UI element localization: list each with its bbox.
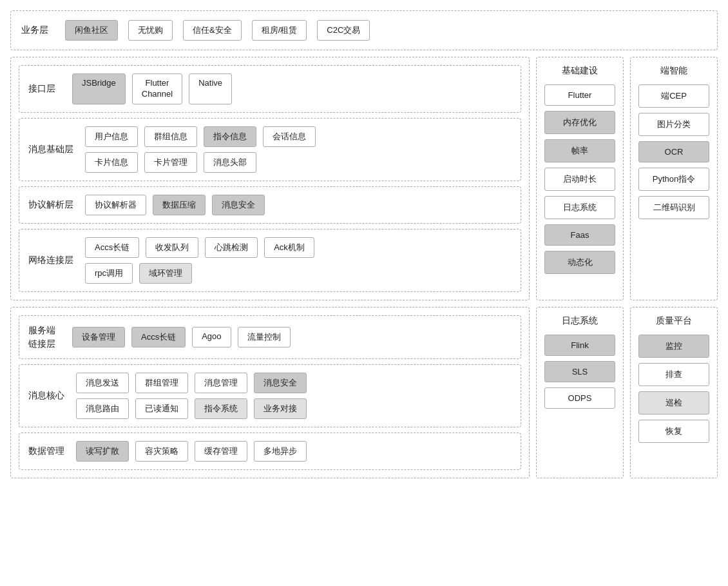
- chip-xunjian: 巡检: [638, 391, 709, 415]
- chip-xiaoxianq2: 消息安全: [254, 373, 307, 393]
- middle-row: 接口层 JSBridge Flutter Channel Native 消息基础…: [10, 57, 718, 300]
- duanzhineng-section: 端智能 端CEP 图片分类 OCR Python指令 二维码识别: [630, 57, 718, 300]
- main-container: 业务层 闲鱼社区 无忧购 信任&安全 租房/租赁 C2C交易 接口层 JSBri…: [10, 10, 718, 478]
- left-top-panel: 接口层 JSBridge Flutter Channel Native 消息基础…: [10, 57, 530, 300]
- jiekouceng-content: JSBridge Flutter Channel Native: [72, 73, 512, 104]
- chip-qunzuguanli: 群组管理: [135, 373, 188, 393]
- xiaoxijiceng-row2: 卡片信息 卡片管理 消息头部: [85, 152, 512, 173]
- chip-liuliangkong: 流量控制: [238, 327, 291, 347]
- chip-accs: Accs长链: [85, 237, 139, 258]
- wangluo-row1: Accs长链 收发队列 心跳检测 Ack机制: [85, 237, 512, 258]
- chip-erweima: 二维码识别: [638, 196, 709, 219]
- chip-accs-long: Accs长链: [131, 327, 186, 347]
- xieyi-content: 协议解析器 数据压缩 消息安全: [85, 195, 512, 215]
- chip-kapiianinfo: 卡片信息: [85, 152, 138, 173]
- chip-duancep: 端CEP: [638, 84, 709, 108]
- wangluo-section: 网络连接层 Accs长链 收发队列 心跳检测 Ack机制 rpc调用 域环管理: [19, 229, 521, 292]
- chip-ack: Ack机制: [264, 237, 314, 258]
- bottom-row: 服务端 链接层 设备管理 Accs长链 Agoo 流量控制 消息核心 消息发送: [10, 307, 718, 478]
- fuwuduan-label: 服务端 链接层: [28, 324, 61, 351]
- shujuguanli-label: 数据管理: [28, 445, 64, 458]
- xieyi-label: 协议解析层: [28, 199, 73, 211]
- left-bottom-panel: 服务端 链接层 设备管理 Accs长链 Agoo 流量控制 消息核心 消息发送: [10, 307, 530, 478]
- duanzhineng-chips: 端CEP 图片分类 OCR Python指令 二维码识别: [638, 84, 709, 219]
- chip-native: Native: [189, 73, 232, 104]
- chip-duodiyi: 多地异步: [254, 441, 307, 462]
- xiaoxixinex-label: 消息核心: [28, 389, 64, 402]
- chip-flink: Flink: [544, 335, 615, 356]
- chip-yonghuinfo: 用户信息: [85, 126, 138, 147]
- xiaoxijiceng-section: 消息基础层 用户信息 群组信息 指令信息 会话信息 卡片信息 卡片管理 消息头部: [19, 118, 521, 181]
- jichujianshee-title: 基础建设: [544, 65, 615, 77]
- shujuguanli-content: 读写扩散 容灾策略 缓存管理 多地异步: [76, 441, 512, 462]
- shujuguanli-row1: 读写扩散 容灾策略 缓存管理 多地异步: [76, 441, 512, 462]
- chip-qidong: 启动时长: [544, 168, 615, 191]
- chip-shujuya: 数据压缩: [153, 195, 206, 215]
- chip-rongzai: 容灾策略: [135, 441, 188, 462]
- chip-huifu: 恢复: [638, 420, 709, 443]
- chip-dongtaihua: 动态化: [544, 251, 615, 274]
- chip-duxieksansan: 读写扩散: [76, 441, 129, 462]
- rizhixitong-chips: Flink SLS ODPS: [544, 335, 615, 409]
- chip-flutter: Flutter: [544, 84, 615, 106]
- chip-xiaoxifasong: 消息发送: [76, 373, 129, 393]
- chip-c2c: C2C交易: [317, 20, 370, 41]
- chip-huancun: 缓存管理: [195, 441, 247, 462]
- xieyi-row1: 协议解析器 数据压缩 消息安全: [85, 195, 512, 215]
- yewuceng-chips: 闲鱼社区 无忧购 信任&安全 租房/租赁 C2C交易: [65, 20, 370, 41]
- xiaoxijiceng-row1: 用户信息 群组信息 指令信息 会话信息: [85, 126, 512, 147]
- rizhixitong-section: 日志系统 Flink SLS ODPS: [536, 307, 624, 478]
- chip-flutterchannel: Flutter Channel: [132, 73, 182, 104]
- chip-yewudujie: 业务对接: [254, 398, 307, 419]
- chip-zufang: 租房/租赁: [252, 20, 307, 41]
- chip-shebeiguanli: 设备管理: [72, 327, 125, 347]
- chip-python: Python指令: [638, 168, 709, 191]
- zhiliang-chips: 监控 排查 巡检 恢复: [638, 335, 709, 443]
- chip-rpc: rpc调用: [85, 263, 133, 284]
- chip-jiankong: 监控: [638, 335, 709, 358]
- chip-zhenlv: 帧率: [544, 139, 615, 162]
- chip-xintiao: 心跳检测: [205, 237, 258, 258]
- xiaoxixinex-section: 消息核心 消息发送 群组管理 消息管理 消息安全 消息路由 已读通知 指令系统 …: [19, 364, 521, 427]
- chip-yuhuangl: 域环管理: [139, 263, 192, 284]
- chip-faas: Faas: [544, 224, 615, 246]
- chip-ocr: OCR: [638, 141, 709, 162]
- chip-xieyi-parser: 协议解析器: [85, 195, 146, 215]
- chip-agoo: Agoo: [192, 327, 231, 347]
- jiekouceng-section: 接口层 JSBridge Flutter Channel Native: [19, 65, 521, 113]
- chip-odps: ODPS: [544, 387, 615, 409]
- chip-wuyougou: 无忧购: [128, 20, 173, 41]
- zhiliang-title: 质量平台: [638, 315, 709, 327]
- zhiliang-section: 质量平台 监控 排查 巡检 恢复: [630, 307, 718, 478]
- chip-tupian: 图片分类: [638, 113, 709, 136]
- chip-xiaoxianq: 消息安全: [212, 195, 265, 215]
- chip-huihuainfo: 会话信息: [263, 126, 316, 147]
- chip-zhilingsys: 指令系统: [195, 398, 247, 419]
- chip-xiaoxiguanli: 消息管理: [195, 373, 247, 393]
- chip-xiaoxiluyou: 消息路由: [76, 398, 129, 419]
- chip-kapiangl: 卡片管理: [144, 152, 197, 173]
- jiekouceng-row1: JSBridge Flutter Channel Native: [72, 73, 512, 104]
- xiaoxixinex-content: 消息发送 群组管理 消息管理 消息安全 消息路由 已读通知 指令系统 业务对接: [76, 373, 512, 419]
- jichujianshee-section: 基础建设 Flutter 内存优化 帧率 启动时长 日志系统 Faas 动态化: [536, 57, 624, 300]
- duanzhineng-title: 端智能: [638, 65, 709, 77]
- xiaoxijiceng-label: 消息基础层: [28, 143, 73, 156]
- chip-xinren: 信任&安全: [183, 20, 242, 41]
- fuwuduan-content: 设备管理 Accs长链 Agoo 流量控制: [72, 327, 512, 347]
- chip-yidutongzhi: 已读通知: [135, 398, 188, 419]
- xiaoxixinex-row2: 消息路由 已读通知 指令系统 业务对接: [76, 398, 512, 419]
- chip-shoudui: 收发队列: [146, 237, 198, 258]
- xiaoxixinex-row1: 消息发送 群组管理 消息管理 消息安全: [76, 373, 512, 393]
- yewuceng-section: 业务层 闲鱼社区 无忧购 信任&安全 租房/租赁 C2C交易: [10, 10, 718, 50]
- wangluo-label: 网络连接层: [28, 254, 73, 267]
- chip-zhilinginfo: 指令信息: [204, 126, 256, 147]
- wangluo-content: Accs长链 收发队列 心跳检测 Ack机制 rpc调用 域环管理: [85, 237, 512, 284]
- chip-xianyushequ: 闲鱼社区: [65, 20, 118, 41]
- chip-rizhi: 日志系统: [544, 196, 615, 219]
- jiekouceng-label: 接口层: [28, 83, 61, 95]
- shujuguanli-section: 数据管理 读写扩散 容灾策略 缓存管理 多地异步: [19, 433, 521, 470]
- fuwuduan-section: 服务端 链接层 设备管理 Accs长链 Agoo 流量控制: [19, 315, 521, 359]
- rizhixitong-title: 日志系统: [544, 315, 615, 327]
- chip-xiaoxitoubu: 消息头部: [204, 152, 256, 173]
- chip-paichka: 排查: [638, 363, 709, 386]
